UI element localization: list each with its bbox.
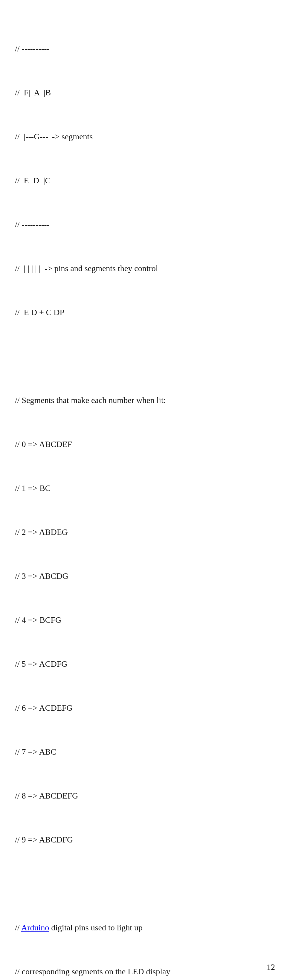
- line-1: // ----------: [15, 41, 272, 56]
- line-16: // 7 => ABC: [15, 745, 272, 759]
- line-19: // corresponding segments on the LED dis…: [15, 964, 272, 979]
- line-14: // 5 => ACDFG: [15, 657, 272, 671]
- code-content: // ---------- // F| A |B // |---G---| ->…: [15, 12, 272, 980]
- line-arduino: // Arduino digital pins used to light up: [15, 920, 272, 935]
- line-4: // E D |C: [15, 173, 272, 188]
- line-3: // |---G---| -> segments: [15, 129, 272, 144]
- line-7: // E D + C DP: [15, 305, 272, 320]
- line-12: // 3 => ABCDG: [15, 569, 272, 583]
- blank-1: [15, 349, 272, 364]
- arduino-link[interactable]: Arduino: [21, 923, 49, 932]
- line-6: // | | | | | -> pins and segments they c…: [15, 261, 272, 276]
- line-10: // 1 => BC: [15, 481, 272, 495]
- line-2: // F| A |B: [15, 85, 272, 100]
- line-8: // Segments that make each number when l…: [15, 393, 272, 407]
- line-5: // ----------: [15, 217, 272, 232]
- blank-2: [15, 876, 272, 891]
- line-17: // 8 => ABCDEFG: [15, 788, 272, 803]
- line-18: // 9 => ABCDFG: [15, 832, 272, 847]
- page-number: 12: [267, 961, 275, 974]
- line-11: // 2 => ABDEG: [15, 525, 272, 539]
- line-9: // 0 => ABCDEF: [15, 437, 272, 452]
- line-13: // 4 => BCFG: [15, 612, 272, 627]
- line-15: // 6 => ACDEFG: [15, 700, 272, 715]
